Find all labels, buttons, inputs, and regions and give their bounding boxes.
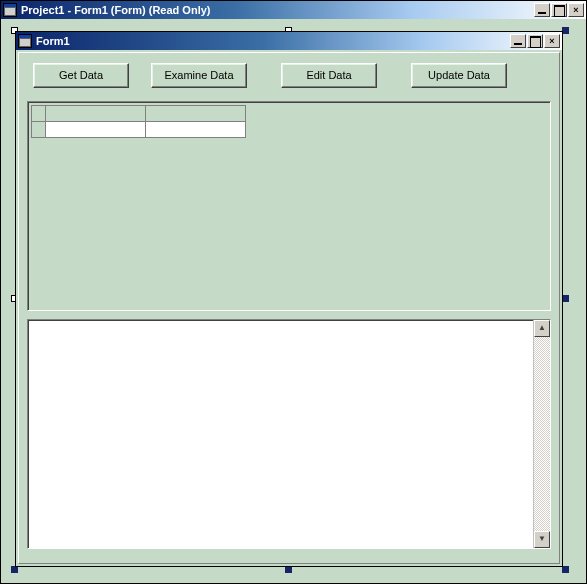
grid-header-row <box>32 106 246 122</box>
minimize-button[interactable] <box>510 34 526 48</box>
close-button[interactable]: × <box>544 34 560 48</box>
form-title: Form1 <box>36 35 510 47</box>
examine-data-button[interactable]: Examine Data <box>151 63 247 88</box>
get-data-button[interactable]: Get Data <box>33 63 129 88</box>
grid-row-header[interactable] <box>32 122 46 138</box>
grid-table <box>31 105 246 138</box>
form-icon <box>3 3 17 17</box>
grid-corner-cell <box>32 106 46 122</box>
form-window: Form1 × Get Data Examine Data Edit Data … <box>15 31 563 567</box>
outer-titlebar: Project1 - Form1 (Form) (Read Only) × <box>1 1 586 19</box>
form-titlebar: Form1 × <box>16 32 562 50</box>
outer-window-controls: × <box>534 3 584 17</box>
text-box[interactable]: ▲ ▼ <box>27 319 551 549</box>
form-icon <box>18 34 32 48</box>
scroll-up-button[interactable]: ▲ <box>534 320 550 337</box>
selection-handle[interactable] <box>562 27 569 34</box>
designer-surface: Form1 × Get Data Examine Data Edit Data … <box>2 19 585 582</box>
grid-cell[interactable] <box>46 122 146 138</box>
selection-handle[interactable] <box>562 566 569 573</box>
grid-header-cell[interactable] <box>46 106 146 122</box>
outer-window-title: Project1 - Form1 (Form) (Read Only) <box>21 4 534 16</box>
form-window-controls: × <box>510 34 560 48</box>
maximize-button[interactable] <box>527 34 543 48</box>
form-body: Get Data Examine Data Edit Data Update D… <box>18 52 560 564</box>
update-data-button[interactable]: Update Data <box>411 63 507 88</box>
scroll-down-button[interactable]: ▼ <box>534 531 550 548</box>
maximize-button[interactable] <box>551 3 567 17</box>
grid-header-cell[interactable] <box>146 106 246 122</box>
designer-window: Project1 - Form1 (Form) (Read Only) × Fo… <box>0 0 587 584</box>
selection-handle[interactable] <box>562 295 569 302</box>
vertical-scrollbar[interactable]: ▲ ▼ <box>533 320 550 548</box>
scroll-track[interactable] <box>534 337 550 531</box>
grid-cell[interactable] <box>146 122 246 138</box>
close-button[interactable]: × <box>568 3 584 17</box>
table-row <box>32 122 246 138</box>
edit-data-button[interactable]: Edit Data <box>281 63 377 88</box>
data-grid[interactable] <box>27 101 551 311</box>
minimize-button[interactable] <box>534 3 550 17</box>
selection-handle[interactable] <box>11 566 18 573</box>
selection-handle[interactable] <box>285 566 292 573</box>
text-area[interactable] <box>28 320 533 548</box>
